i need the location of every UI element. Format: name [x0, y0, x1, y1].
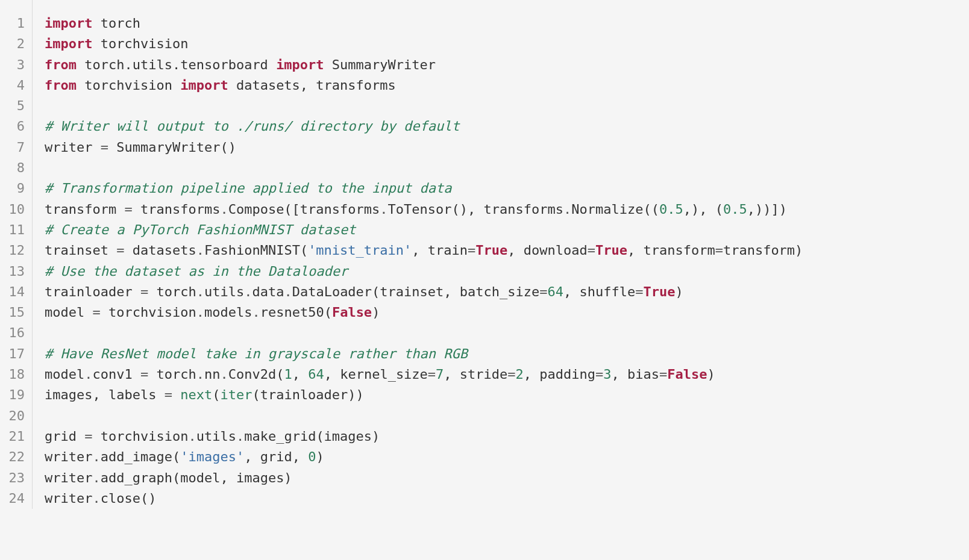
code-token: writer: [45, 470, 92, 485]
code-token: =: [588, 243, 595, 258]
code-token: import: [276, 57, 324, 72]
line-number: 15: [0, 302, 25, 323]
code-token: .: [92, 449, 100, 464]
code-content[interactable]: import torchimport torchvisionfrom torch…: [33, 0, 969, 509]
code-token: data: [252, 284, 284, 299]
code-token: 2: [516, 367, 524, 382]
code-token: =: [715, 243, 723, 258]
code-token: iter: [220, 387, 252, 402]
line-number: 21: [0, 426, 25, 447]
code-token: =: [539, 284, 547, 299]
code-token: ): [372, 305, 380, 320]
code-line: writer.add_graph(model, images): [45, 468, 969, 488]
line-number: 13: [0, 261, 25, 282]
code-token: =: [101, 140, 108, 155]
code-token: 64: [548, 284, 564, 299]
code-token: datasets: [124, 243, 196, 258]
code-token: SummaryWriter(): [108, 140, 236, 155]
code-token: Compose([transforms: [228, 202, 380, 217]
code-token: datasets, transforms: [228, 78, 396, 93]
code-token: .: [196, 367, 204, 382]
code-token: torch: [148, 367, 196, 382]
line-number: 23: [0, 468, 25, 488]
code-line: [45, 96, 969, 116]
code-token: =: [659, 367, 667, 382]
code-token: 7: [436, 367, 444, 382]
code-token: , bias: [612, 367, 659, 382]
code-token: torch: [92, 16, 140, 31]
code-line: from torch.utils.tensorboard import Summ…: [45, 55, 969, 75]
code-token: =: [92, 305, 100, 320]
line-number: 16: [0, 323, 25, 343]
code-token: # Create a PyTorch FashionMNIST dataset: [45, 222, 356, 237]
code-line: [45, 158, 969, 178]
line-number: 6: [0, 116, 25, 137]
code-token: =: [124, 202, 132, 217]
code-token: =: [635, 284, 643, 299]
code-token: True: [595, 243, 627, 258]
code-token: =: [140, 367, 148, 382]
line-number: 8: [0, 158, 25, 178]
code-line: model = torchvision.models.resnet50(Fals…: [45, 302, 969, 323]
line-number: 17: [0, 344, 25, 364]
code-token: .: [236, 429, 244, 444]
code-token: True: [475, 243, 507, 258]
code-token: ): [707, 367, 715, 382]
code-token: 0.5: [723, 202, 747, 217]
code-token: True: [643, 284, 675, 299]
code-token: , kernel_size: [324, 367, 428, 382]
code-token: .: [196, 305, 204, 320]
line-number: 10: [0, 199, 25, 220]
code-line: images, labels = next(iter(trainloader)): [45, 385, 969, 405]
code-token: .: [84, 367, 92, 382]
code-token: .: [380, 202, 387, 217]
code-token: close(): [101, 491, 157, 506]
code-token: , transform: [627, 243, 715, 258]
line-number: 14: [0, 282, 25, 302]
code-token: torchvision: [101, 305, 196, 320]
line-number: 20: [0, 406, 25, 426]
code-token: import: [45, 16, 92, 31]
code-token: transform): [723, 243, 803, 258]
code-line: [45, 323, 969, 343]
code-token: .: [563, 202, 571, 217]
code-token: 'mnist_train': [308, 243, 412, 258]
code-token: .: [220, 202, 228, 217]
code-token: ,: [292, 367, 309, 382]
code-token: transforms: [133, 202, 221, 217]
code-token: , grid,: [244, 449, 308, 464]
code-token: 'images': [180, 449, 244, 464]
line-number: 2: [0, 34, 25, 54]
code-line: trainloader = torch.utils.data.DataLoade…: [45, 282, 969, 302]
code-token: writer: [45, 449, 92, 464]
line-number: 9: [0, 178, 25, 199]
code-token: 64: [308, 367, 324, 382]
code-token: DataLoader(trainset, batch_size: [292, 284, 540, 299]
code-block: 123456789101112131415161718192021222324 …: [0, 0, 969, 509]
code-token: Conv2d(: [228, 367, 284, 382]
code-token: import: [180, 78, 228, 93]
code-token: # Have ResNet model take in grayscale ra…: [45, 346, 468, 361]
line-number: 19: [0, 385, 25, 405]
code-token: # Transformation pipeline applied to the…: [45, 181, 452, 196]
code-token: =: [84, 429, 92, 444]
code-token: .: [244, 284, 252, 299]
code-token: =: [116, 243, 124, 258]
line-number: 5: [0, 96, 25, 116]
code-token: resnet50(: [260, 305, 332, 320]
code-line: # Have ResNet model take in grayscale ra…: [45, 344, 969, 364]
code-line: # Create a PyTorch FashionMNIST dataset: [45, 220, 969, 240]
code-token: import: [45, 36, 92, 51]
code-token: ): [316, 449, 324, 464]
code-token: , stride: [444, 367, 507, 382]
code-token: (trainloader)): [252, 387, 363, 402]
code-token: , shuffle: [563, 284, 635, 299]
code-token: trainloader: [45, 284, 140, 299]
code-token: make_grid(images): [244, 429, 380, 444]
code-token: ): [675, 284, 683, 299]
code-line: from torchvision import datasets, transf…: [45, 75, 969, 96]
line-number: 11: [0, 220, 25, 240]
code-token: 1: [284, 367, 292, 382]
code-token: , download: [507, 243, 587, 258]
code-line: # Writer will output to ./runs/ director…: [45, 116, 969, 137]
